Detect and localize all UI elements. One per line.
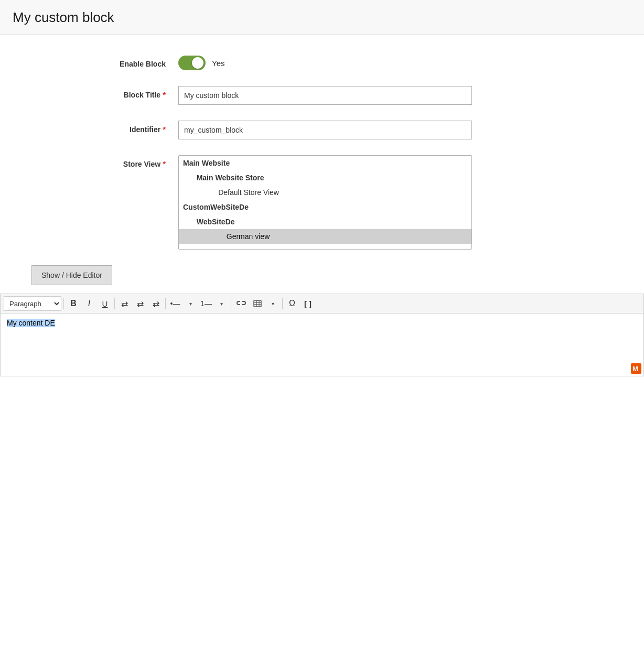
block-title-row: Block Title* xyxy=(0,86,644,105)
svg-rect-0 xyxy=(254,300,261,307)
store-view-control: Main Website Main Website Store Default … xyxy=(178,155,472,250)
ol-arrow-button[interactable]: ▾ xyxy=(214,296,229,311)
align-center-button[interactable]: ⇄ xyxy=(133,296,147,311)
underline-button[interactable]: U xyxy=(98,296,112,311)
toolbar-divider-2 xyxy=(114,298,115,309)
ul-button[interactable]: •— xyxy=(168,296,183,311)
toolbar-divider-5 xyxy=(282,298,283,309)
page-title: My custom block xyxy=(13,9,631,26)
align-left-button[interactable]: ⇄ xyxy=(117,296,132,311)
form-content: Enable Block Yes Block Title* I xyxy=(0,35,644,397)
store-view-required: * xyxy=(163,159,166,168)
toggle-wrapper: Yes xyxy=(178,56,472,70)
store-option-german-view[interactable]: German view xyxy=(179,229,471,244)
source-button[interactable]: [ ] xyxy=(300,296,315,311)
page-header: My custom block xyxy=(0,0,644,35)
identifier-label: Identifier* xyxy=(31,121,178,134)
special-char-button[interactable]: Ω xyxy=(285,296,299,311)
editor-selected-text: My content DE xyxy=(7,319,55,327)
enable-block-toggle[interactable] xyxy=(178,56,206,70)
store-option-websitede[interactable]: WebSiteDe xyxy=(179,214,471,229)
enable-block-label: Enable Block xyxy=(31,56,178,68)
align-right-button[interactable]: ⇄ xyxy=(148,296,163,311)
store-view-select[interactable]: Main Website Main Website Store Default … xyxy=(178,155,472,250)
table-arrow-button[interactable]: ▾ xyxy=(265,296,280,311)
toolbar-divider-1 xyxy=(63,298,64,309)
store-option-main-website[interactable]: Main Website xyxy=(179,156,471,170)
ul-dropdown: •— ▾ xyxy=(168,296,198,311)
store-option-default-store-view[interactable]: Default Store View xyxy=(179,185,471,200)
toggle-thumb xyxy=(192,57,203,69)
enable-block-control: Yes xyxy=(178,56,472,70)
ul-arrow-button[interactable]: ▾ xyxy=(183,296,198,311)
store-view-row: Store View* Main Website Main Website St… xyxy=(0,155,644,250)
bold-button[interactable]: B xyxy=(66,296,81,311)
italic-button[interactable]: I xyxy=(82,296,96,311)
magento-icon: M xyxy=(631,363,641,374)
identifier-control xyxy=(178,121,472,139)
block-title-required: * xyxy=(163,90,166,99)
paragraph-format-select[interactable]: Paragraph Heading 1 Heading 2 Heading 3 xyxy=(4,296,61,311)
link-button[interactable] xyxy=(233,296,249,311)
ol-dropdown: 1— ▾ xyxy=(199,296,229,311)
editor-content-area[interactable]: My content DE M xyxy=(0,313,644,376)
show-hide-editor-button[interactable]: Show / Hide Editor xyxy=(31,265,112,285)
enable-block-row: Enable Block Yes xyxy=(0,56,644,70)
page-wrapper: My custom block Enable Block Yes Block T… xyxy=(0,0,644,671)
table-icon xyxy=(253,300,262,307)
identifier-row: Identifier* xyxy=(0,121,644,139)
identifier-input[interactable] xyxy=(178,121,472,139)
table-button[interactable] xyxy=(250,296,265,311)
block-title-label: Block Title* xyxy=(31,86,178,99)
editor-toolbar: Paragraph Heading 1 Heading 2 Heading 3 … xyxy=(0,294,644,313)
editor-section: Paragraph Heading 1 Heading 2 Heading 3 … xyxy=(0,294,644,376)
store-view-label: Store View* xyxy=(31,155,178,168)
toggle-value-label: Yes xyxy=(212,59,224,68)
toolbar-divider-3 xyxy=(165,298,166,309)
editor-button-row: Show / Hide Editor xyxy=(0,265,644,285)
svg-text:M: M xyxy=(632,365,638,373)
editor-brand-icon: M xyxy=(631,363,641,374)
store-option-main-website-store[interactable]: Main Website Store xyxy=(179,170,471,185)
block-title-input[interactable] xyxy=(178,86,472,105)
identifier-required: * xyxy=(163,125,166,134)
toolbar-divider-4 xyxy=(231,298,231,309)
store-option-customwebsitede[interactable]: CustomWebSiteDe xyxy=(179,200,471,214)
link-icon xyxy=(237,300,246,307)
table-dropdown: ▾ xyxy=(250,296,280,311)
ol-button[interactable]: 1— xyxy=(199,296,213,311)
block-title-control xyxy=(178,86,472,105)
